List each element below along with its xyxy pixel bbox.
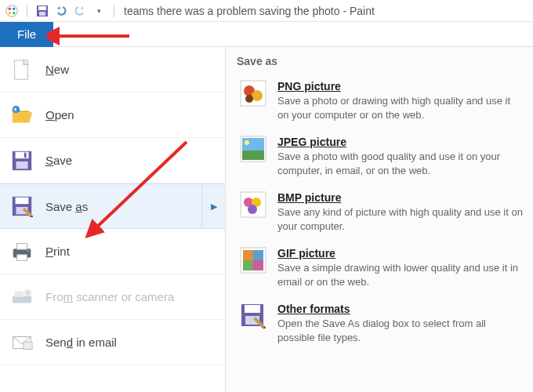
- menu-item-print[interactable]: Print: [0, 229, 225, 274]
- format-png[interactable]: PNG picture Save a photo or drawing with…: [230, 74, 533, 129]
- svg-point-1: [9, 7, 12, 10]
- redo-icon[interactable]: [73, 4, 87, 18]
- jpeg-icon: [240, 136, 266, 162]
- format-desc: Save a simple drawing with lower quality…: [277, 261, 524, 289]
- file-menu: New Open Save Save as ▶ Print: [0, 47, 533, 392]
- format-desc: Open the Save As dialog box to select fr…: [277, 317, 524, 344]
- submenu-header: Save as: [230, 52, 533, 74]
- menu-item-open[interactable]: Open: [0, 93, 225, 138]
- menu-item-label: New: [45, 63, 69, 76]
- format-title: Other formats: [277, 303, 524, 315]
- print-icon: [9, 239, 34, 264]
- svg-point-4: [13, 11, 16, 14]
- svg-rect-41: [253, 250, 263, 260]
- svg-point-34: [245, 140, 249, 145]
- svg-rect-12: [16, 161, 28, 168]
- svg-rect-18: [16, 243, 27, 249]
- save-as-icon: [9, 194, 34, 219]
- menu-item-send-email[interactable]: Send in email: [0, 320, 225, 365]
- svg-point-30: [245, 95, 253, 103]
- ribbon-row: File: [0, 22, 533, 47]
- svg-rect-22: [15, 291, 24, 297]
- svg-rect-42: [243, 260, 253, 270]
- format-title: JPEG picture: [277, 136, 524, 148]
- svg-rect-43: [253, 260, 263, 270]
- menu-item-label: Open: [45, 108, 74, 122]
- svg-rect-7: [39, 12, 45, 16]
- svg-point-3: [9, 11, 12, 14]
- save-floppy-icon: [9, 148, 34, 173]
- format-bmp[interactable]: BMP picture Save any kind of picture wit…: [230, 185, 533, 241]
- menu-item-scanner[interactable]: From scanner or camera: [0, 274, 225, 320]
- svg-point-29: [252, 90, 263, 101]
- paint-app-icon: [5, 4, 19, 18]
- format-title: GIF picture: [277, 247, 524, 260]
- file-tab[interactable]: File: [0, 22, 53, 47]
- menu-item-new[interactable]: New: [0, 47, 225, 93]
- format-jpeg[interactable]: JPEG picture Save a photo with good qual…: [230, 129, 533, 185]
- format-title: BMP picture: [277, 191, 524, 204]
- format-desc: Save any kind of picture with high quali…: [277, 205, 524, 233]
- svg-rect-40: [243, 250, 253, 260]
- menu-item-save-as[interactable]: Save as ▶: [0, 183, 225, 229]
- png-icon: [240, 80, 266, 107]
- menu-item-label: Save: [45, 154, 72, 167]
- customize-dropdown-icon[interactable]: ▾: [92, 4, 106, 18]
- save-as-submenu: Save as PNG picture Save a photo or draw…: [226, 47, 533, 392]
- gif-icon: [240, 247, 266, 274]
- svg-rect-33: [242, 151, 264, 160]
- svg-rect-26: [24, 342, 32, 349]
- svg-rect-15: [16, 198, 29, 204]
- svg-point-38: [248, 205, 257, 214]
- save-icon[interactable]: [35, 4, 49, 18]
- svg-point-0: [6, 5, 17, 16]
- file-menu-left: New Open Save Save as ▶ Print: [0, 47, 226, 392]
- quick-access-toolbar: ▾: [24, 4, 118, 18]
- svg-rect-6: [38, 6, 46, 10]
- chevron-right-icon[interactable]: ▶: [201, 184, 225, 228]
- menu-item-label: From scanner or camera: [45, 290, 174, 303]
- format-title: PNG picture: [277, 80, 524, 93]
- svg-point-24: [27, 291, 30, 294]
- menu-item-label: Print: [45, 245, 70, 258]
- file-tab-label: File: [17, 27, 36, 41]
- titlebar: ▾ teams there was a problem saving the p…: [0, 0, 533, 22]
- other-formats-icon: [240, 303, 266, 329]
- undo-icon[interactable]: [54, 4, 68, 18]
- format-gif[interactable]: GIF picture Save a simple drawing with l…: [230, 241, 533, 296]
- format-desc: Save a photo or drawing with high qualit…: [277, 94, 524, 122]
- menu-item-label: Send in email: [45, 336, 117, 349]
- menu-item-save[interactable]: Save: [0, 138, 225, 183]
- new-icon: [9, 57, 34, 82]
- email-icon: [9, 330, 34, 355]
- svg-rect-13: [24, 152, 27, 158]
- svg-rect-19: [16, 254, 27, 260]
- format-desc: Save a photo with good quality and use i…: [277, 150, 524, 177]
- menu-item-label: Save as: [45, 200, 88, 213]
- window-title: teams there was a problem saving the pho…: [124, 5, 375, 17]
- svg-rect-11: [16, 151, 29, 158]
- scanner-icon: [9, 285, 34, 310]
- format-other[interactable]: Other formats Open the Save As dialog bo…: [230, 296, 533, 352]
- svg-point-2: [13, 7, 16, 10]
- svg-rect-45: [245, 305, 260, 313]
- bmp-icon: [240, 191, 266, 218]
- svg-point-20: [27, 249, 28, 251]
- open-icon: [9, 103, 34, 128]
